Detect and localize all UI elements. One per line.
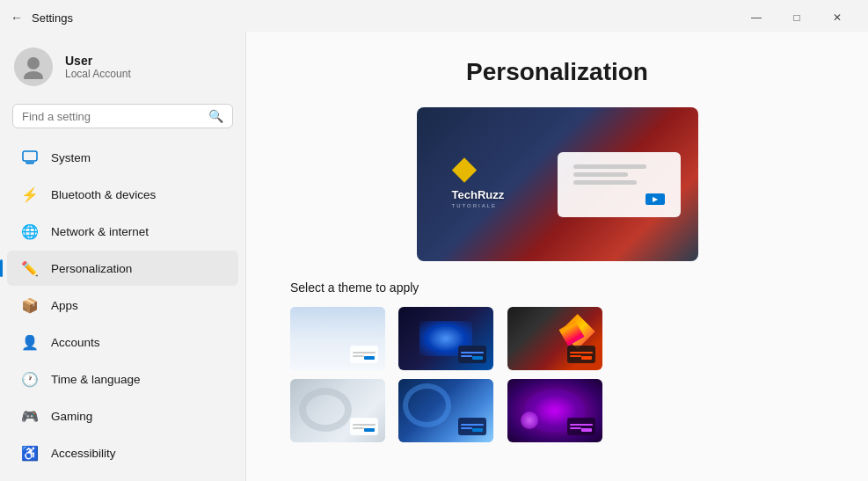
mini-line [570, 355, 581, 357]
theme-thumbnail-2[interactable] [398, 307, 493, 370]
preview-card: ▶ [558, 152, 681, 217]
nav-bluetooth[interactable]: ⚡ Bluetooth & devices [7, 177, 238, 212]
page-title: Personalization [290, 58, 824, 86]
nav-apps[interactable]: 📦 Apps [7, 288, 238, 323]
theme-thumbnail-1[interactable] [290, 307, 385, 370]
main-content: Personalization TechRuzz TUTORIALE [246, 32, 868, 481]
mini-btn [364, 428, 375, 432]
mini-btn [364, 356, 375, 360]
bluetooth-icon: ⚡ [21, 186, 39, 203]
gaming-icon: 🎮 [21, 407, 39, 425]
svg-point-0 [27, 57, 40, 69]
accounts-icon: 👤 [21, 333, 39, 351]
logo-subtext: TUTORIALE [452, 202, 505, 208]
avatar [14, 47, 53, 86]
user-name: User [65, 54, 131, 68]
nav-network[interactable]: 🌐 Network & internet [7, 214, 238, 249]
nav-label-accounts: Accounts [51, 336, 100, 349]
accessibility-icon: ♿ [21, 444, 39, 462]
theme-grid [290, 307, 607, 442]
search-container: 🔍 [0, 98, 245, 139]
mini-card-3 [567, 346, 595, 363]
app-body: User Local Account 🔍 System ⚡ [0, 32, 868, 481]
nav-label-network: Network & internet [51, 225, 149, 238]
search-icon: 🔍 [208, 109, 223, 123]
nav-label-personalization: Personalization [51, 262, 132, 275]
nav-system[interactable]: System [7, 140, 238, 175]
personalization-icon: ✏️ [21, 259, 39, 277]
mini-card-1 [350, 346, 378, 363]
window-controls: — □ ✕ [736, 4, 857, 31]
theme-thumbnail-3[interactable] [507, 307, 602, 370]
nav-gaming[interactable]: 🎮 Gaming [7, 398, 238, 434]
mini-line [570, 352, 593, 353]
nav-accounts[interactable]: 👤 Accounts [7, 324, 238, 360]
logo-text: TechRuzz [452, 187, 505, 200]
theme-thumbnail-4[interactable] [290, 379, 385, 442]
nav-time[interactable]: 🕐 Time & language [7, 361, 238, 397]
minimize-button[interactable]: — [736, 4, 777, 31]
nav-accessibility[interactable]: ♿ Accessibility [7, 435, 238, 470]
nav-label-system: System [51, 151, 91, 164]
mini-line [353, 427, 364, 429]
user-info: User Local Account [65, 54, 131, 80]
mini-line [461, 355, 472, 357]
title-bar: ← Settings — □ ✕ [0, 0, 868, 32]
mini-card-2 [458, 346, 486, 363]
preview-line-3 [573, 180, 638, 185]
preview-card-btn-area: ▶ [573, 193, 665, 205]
preview-logo: TechRuzz TUTORIALE [452, 161, 505, 208]
mini-card-4 [350, 418, 378, 435]
mini-line [461, 352, 484, 353]
apps-icon: 📦 [21, 296, 39, 314]
preview-line-2 [573, 172, 628, 177]
preview-card-lines [573, 164, 665, 185]
search-input[interactable] [22, 110, 201, 123]
mini-line [570, 427, 581, 429]
logo-diamond [451, 157, 476, 182]
network-icon: 🌐 [21, 222, 39, 240]
mini-line [461, 424, 484, 426]
nav-label-time: Time & language [51, 373, 141, 386]
nav-label-apps: Apps [51, 299, 78, 312]
sidebar: User Local Account 🔍 System ⚡ [0, 32, 246, 481]
app-title: Settings [32, 11, 73, 25]
theme-thumbnail-5[interactable] [398, 379, 493, 442]
mini-card-6 [567, 418, 595, 435]
mini-btn [581, 428, 592, 432]
mini-btn [472, 356, 483, 360]
theme-preview: TechRuzz TUTORIALE ▶ [417, 107, 698, 261]
close-button[interactable]: ✕ [817, 4, 857, 31]
select-theme-label: Select a theme to apply [290, 281, 824, 295]
mini-line [461, 427, 472, 429]
time-icon: 🕐 [21, 370, 39, 388]
search-box: 🔍 [12, 104, 233, 128]
preview-action-btn: ▶ [646, 193, 665, 205]
mini-btn [472, 428, 483, 432]
user-profile[interactable]: User Local Account [0, 32, 245, 98]
user-account-type: Local Account [65, 68, 131, 80]
back-button[interactable]: ← [11, 11, 23, 25]
system-icon [21, 149, 39, 166]
preview-line-1 [573, 164, 646, 169]
nav-label-accessibility: Accessibility [51, 447, 116, 460]
mini-card-5 [458, 418, 486, 435]
nav-label-gaming: Gaming [51, 410, 92, 423]
mini-line [353, 352, 376, 353]
maximize-button[interactable]: □ [777, 4, 817, 31]
mini-line [570, 424, 593, 426]
mini-line [353, 355, 364, 357]
theme-thumbnail-6[interactable] [507, 379, 602, 442]
nav-personalization[interactable]: ✏️ Personalization [7, 251, 238, 286]
svg-rect-2 [23, 151, 37, 161]
nav-label-bluetooth: Bluetooth & devices [51, 188, 156, 201]
nav-privacy[interactable]: 🛡️ Privacy & security [7, 472, 238, 481]
mini-btn [581, 356, 592, 360]
mini-line [353, 424, 376, 426]
svg-point-1 [24, 71, 43, 79]
